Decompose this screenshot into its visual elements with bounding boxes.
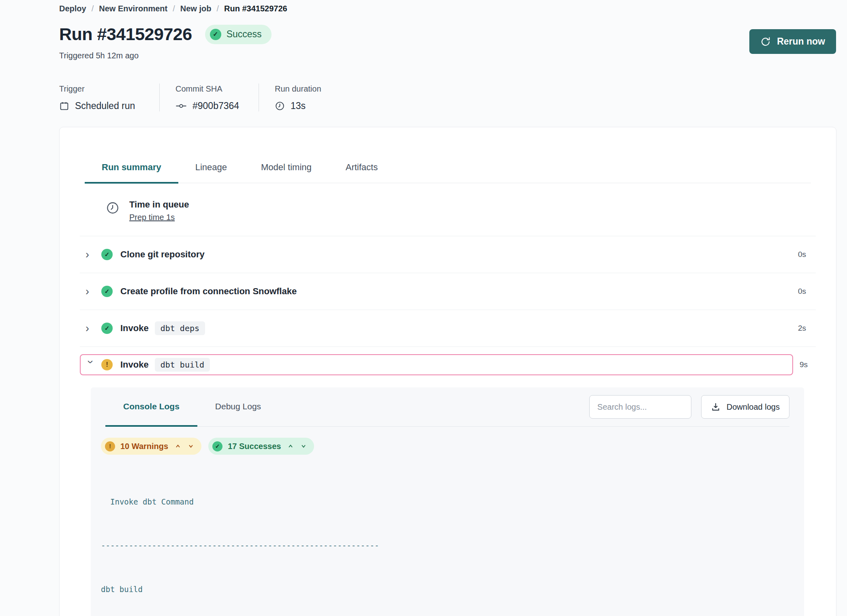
- breadcrumb: Deploy / New Environment / New job / Run…: [59, 4, 836, 13]
- tab-artifacts[interactable]: Artifacts: [329, 162, 395, 184]
- breadcrumb-current-run: Run #341529726: [224, 4, 287, 13]
- chevron-up-icon[interactable]: [175, 443, 181, 449]
- success-icon: ✓: [101, 249, 113, 260]
- log-filter-badges: ! 10 Warnings ✓ 17 Successes: [101, 438, 804, 455]
- breadcrumb-deploy[interactable]: Deploy: [59, 4, 86, 13]
- rerun-now-label: Rerun now: [777, 36, 825, 47]
- git-commit-icon: [175, 101, 187, 111]
- step-row-dbt-build[interactable]: › ! Invoke dbt build 9s: [80, 347, 816, 375]
- step-duration: 0s: [798, 250, 816, 259]
- tab-bar: Run summary Lineage Model timing Artifac…: [85, 127, 811, 183]
- calendar-icon: [59, 101, 69, 111]
- clock-icon: [275, 101, 285, 111]
- success-icon: ✓: [101, 286, 113, 297]
- refresh-icon: [760, 36, 771, 47]
- tab-run-summary[interactable]: Run summary: [85, 162, 178, 184]
- step-title: Invoke dbt build: [120, 358, 792, 372]
- chevron-right-icon[interactable]: ›: [86, 249, 95, 260]
- step-title: Create profile from connection Snowflake: [120, 286, 798, 297]
- prep-time-link[interactable]: Prep time 1s: [129, 213, 175, 222]
- warning-icon: !: [101, 359, 113, 370]
- successes-badge[interactable]: ✓ 17 Successes: [208, 438, 314, 455]
- warning-icon: !: [105, 441, 115, 451]
- trigger-value: Scheduled run: [75, 101, 135, 111]
- duration-value: 13s: [291, 101, 306, 111]
- download-logs-label: Download logs: [727, 402, 780, 412]
- status-badge: ✓ Success: [205, 25, 272, 44]
- duration-label: Run duration: [275, 84, 321, 94]
- successes-badge-label: 17 Successes: [228, 442, 281, 451]
- time-in-queue-section: Time in queue Prep time 1s: [80, 183, 816, 236]
- step-row-create-profile[interactable]: › ✓ Create profile from connection Snowf…: [80, 273, 816, 310]
- log-command-header: Invoke dbt Command: [101, 494, 792, 509]
- breadcrumb-job[interactable]: New job: [180, 4, 212, 13]
- chevron-up-icon[interactable]: [287, 443, 294, 449]
- trigger-label: Trigger: [59, 84, 159, 94]
- console-log-output: Invoke dbt Command ---------------------…: [101, 465, 792, 616]
- breadcrumb-separator: /: [92, 4, 94, 13]
- log-panel: Console Logs Debug Logs Download logs ! …: [91, 387, 804, 616]
- command-pill: dbt build: [155, 358, 210, 372]
- step-row-clone-git[interactable]: › ✓ Clone git repository 0s: [80, 236, 816, 273]
- page-title: Run #341529726: [59, 24, 192, 44]
- download-icon: [711, 402, 721, 412]
- warnings-badge-label: 10 Warnings: [120, 442, 168, 451]
- clock-icon: [106, 201, 120, 222]
- warnings-badge[interactable]: ! 10 Warnings: [101, 438, 201, 455]
- chevron-down-icon[interactable]: [188, 443, 194, 449]
- status-badge-label: Success: [227, 29, 262, 40]
- meta-trigger: Trigger Scheduled run: [59, 83, 159, 111]
- chevron-down-icon[interactable]: ›: [85, 360, 96, 370]
- step-title: Clone git repository: [120, 249, 798, 260]
- tab-lineage[interactable]: Lineage: [178, 162, 244, 184]
- step-duration: 9s: [793, 360, 816, 369]
- selected-step-outline[interactable]: › ! Invoke dbt build: [80, 354, 793, 375]
- step-duration: 0s: [798, 287, 816, 296]
- log-command: dbt build: [101, 582, 792, 597]
- breadcrumb-environment[interactable]: New Environment: [99, 4, 167, 13]
- run-meta: Trigger Scheduled run Commit SHA #900b73…: [59, 83, 836, 111]
- log-separator: ----------------------------------------…: [101, 538, 792, 553]
- download-logs-button[interactable]: Download logs: [701, 395, 789, 419]
- tab-model-timing[interactable]: Model timing: [244, 162, 329, 184]
- chevron-right-icon[interactable]: ›: [86, 323, 95, 334]
- tab-debug-logs[interactable]: Debug Logs: [197, 388, 279, 427]
- chevron-down-icon[interactable]: [300, 443, 307, 449]
- time-in-queue-title: Time in queue: [129, 199, 189, 210]
- step-title-text: Invoke: [120, 359, 149, 370]
- meta-commit: Commit SHA #900b7364: [159, 83, 259, 111]
- step-duration: 2s: [798, 324, 816, 333]
- tab-console-logs[interactable]: Console Logs: [105, 388, 197, 427]
- rerun-now-button[interactable]: Rerun now: [749, 29, 836, 54]
- step-row-dbt-deps[interactable]: › ✓ Invoke dbt deps 2s: [80, 310, 816, 347]
- log-toolbar: Console Logs Debug Logs Download logs: [105, 387, 789, 427]
- command-pill: dbt deps: [155, 321, 205, 335]
- step-title: Invoke dbt deps: [120, 321, 798, 335]
- search-logs-input[interactable]: [589, 395, 691, 419]
- success-icon: ✓: [210, 29, 221, 40]
- commit-label: Commit SHA: [175, 84, 259, 94]
- run-page: Deploy / New Environment / New job / Run…: [0, 0, 847, 616]
- breadcrumb-separator: /: [216, 4, 219, 13]
- success-icon: ✓: [101, 323, 113, 334]
- triggered-timestamp: Triggered 5h 12m ago: [59, 51, 836, 60]
- step-title-text: Invoke: [120, 323, 149, 334]
- breadcrumb-separator: /: [173, 4, 175, 13]
- commit-value: #900b7364: [192, 101, 239, 111]
- success-icon: ✓: [212, 441, 222, 451]
- run-detail-card: Run summary Lineage Model timing Artifac…: [59, 127, 836, 616]
- meta-duration: Run duration 13s: [259, 83, 321, 111]
- chevron-right-icon[interactable]: ›: [86, 286, 95, 297]
